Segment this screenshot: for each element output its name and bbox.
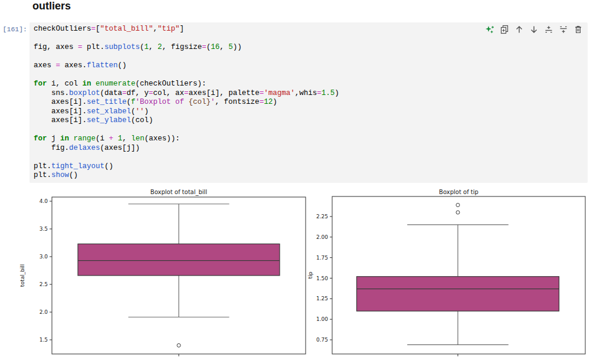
axes-spines (52, 197, 306, 354)
y-axis-label: total_bill (19, 264, 25, 287)
code-line (34, 34, 584, 44)
code-line: axes[i].set_title(f'Boxplot of {col}', f… (34, 98, 584, 107)
y-axis-label: tip (307, 271, 313, 278)
iqr-box (78, 244, 280, 276)
code-line (34, 153, 584, 162)
code-line: axes[i].set_xlabel('') (34, 107, 584, 117)
y-tick-label: 4.0 (40, 198, 48, 204)
ai-sparkle-icon[interactable] (484, 24, 494, 34)
cell-toolbar (484, 24, 583, 34)
outlier-point (456, 203, 460, 206)
code-line: axes[i].set_ylabel(col) (34, 116, 584, 126)
code-line (34, 71, 584, 80)
code-line (34, 53, 584, 62)
y-tick-label: 3.0 (40, 254, 48, 260)
outlier-point (177, 343, 181, 347)
code-editor[interactable]: checkOutliers=["total_bill","tip"] fig, … (34, 25, 584, 182)
move-cell-up-icon[interactable] (514, 24, 524, 34)
outlier-point (456, 211, 460, 214)
boxplot-figure-total_bill: 1.52.02.53.03.54.0Boxplot of total_billt… (15, 186, 310, 361)
code-line: for i, col in enumerate(checkOutliers): (34, 80, 584, 89)
y-tick-label: 2.5 (40, 281, 48, 287)
execution-count: [161]: (0, 25, 27, 33)
code-line: plt.show() (34, 171, 584, 181)
y-tick-label: 2.0 (40, 309, 48, 315)
duplicate-cell-icon[interactable] (499, 24, 509, 34)
y-tick-label: 0.75 (316, 337, 328, 343)
y-tick-label: 1.00 (316, 316, 328, 322)
y-tick-label: 1.50 (316, 276, 328, 281)
y-tick-label: 2.25 (316, 214, 328, 219)
y-tick-label: 3.5 (40, 226, 48, 232)
y-tick-label: 2.00 (316, 234, 328, 240)
code-line: fig, axes = plt.subplots(1, 2, figsize=(… (34, 43, 584, 53)
code-line: sns.boxplot(data=df, y=col, ax=axes[i], … (34, 89, 584, 99)
y-tick-label: 1.25 (316, 296, 328, 301)
delete-cell-icon[interactable] (573, 24, 583, 34)
code-line (34, 126, 584, 135)
plot-title: Boxplot of total_bill (150, 189, 207, 196)
y-tick-label: 1.5 (40, 337, 48, 343)
code-line: plt.tight_layout() (34, 162, 584, 172)
notebook-page: outliers [161]: checkOutliers=["total_bi… (0, 0, 590, 364)
code-line: fig.delaxes(axes[j]) (34, 144, 584, 153)
plot-title: Boxplot of tip (439, 189, 478, 195)
y-tick-label: 1.75 (316, 255, 328, 261)
insert-cell-below-icon[interactable] (558, 24, 568, 34)
code-line: axes = axes.flatten() (34, 61, 584, 71)
code-line: for j in range(i + 1, len(axes)): (34, 135, 584, 144)
markdown-heading: outliers (32, 0, 71, 12)
move-cell-down-icon[interactable] (529, 24, 539, 34)
boxplot-figure-tip: 0.751.001.251.501.752.002.25Boxplot of t… (304, 186, 590, 361)
axes-spines (332, 196, 585, 354)
code-cell[interactable]: checkOutliers=["total_bill","tip"] fig, … (30, 22, 588, 183)
insert-cell-above-icon[interactable] (543, 24, 553, 34)
iqr-box (357, 277, 559, 311)
